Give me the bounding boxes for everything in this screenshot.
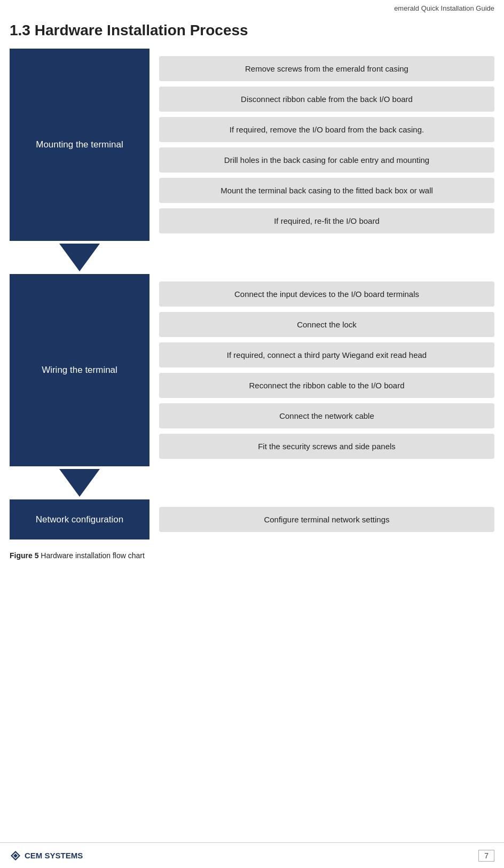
step-wiring-4: Reconnect the ribbon cable to the I/O bo… bbox=[159, 373, 494, 398]
diagram-container: Mounting the terminal Remove screws from… bbox=[10, 49, 494, 560]
step-wiring-2: Connect the lock bbox=[159, 312, 494, 337]
page-number: 7 bbox=[478, 850, 494, 862]
footer: CEM SYSTEMS 7 bbox=[0, 842, 504, 868]
arrow-left-1 bbox=[10, 241, 149, 274]
arrow-down-2 bbox=[59, 469, 100, 497]
step-wiring-3: If required, connect a third party Wiega… bbox=[159, 342, 494, 367]
step-wiring-1: Connect the input devices to the I/O boa… bbox=[159, 281, 494, 307]
step-mounting-2: Disconnect ribbon cable from the back I/… bbox=[159, 87, 494, 112]
page-title: 1.3 Hardware Installation Process bbox=[10, 22, 504, 39]
step-mounting-6: If required, re-fit the I/O board bbox=[159, 208, 494, 233]
mounting-label: Mounting the terminal bbox=[10, 49, 149, 241]
step-network-1: Configure terminal network settings bbox=[159, 507, 494, 532]
wiring-section: Wiring the terminal Connect the input de… bbox=[10, 274, 494, 466]
arrow-1 bbox=[10, 241, 494, 274]
step-mounting-5: Mount the terminal back casing to the fi… bbox=[159, 178, 494, 203]
wiring-label: Wiring the terminal bbox=[10, 274, 149, 466]
arrow-down-1 bbox=[59, 244, 100, 271]
step-mounting-3: If required, remove the I/O board from t… bbox=[159, 117, 494, 142]
step-mounting-1: Remove screws from the emerald front cas… bbox=[159, 56, 494, 81]
network-section: Network configuration Configure terminal… bbox=[10, 499, 494, 539]
logo-text: CEM SYSTEMS bbox=[25, 851, 83, 860]
mounting-steps: Remove screws from the emerald front cas… bbox=[149, 49, 494, 241]
step-wiring-5: Connect the network cable bbox=[159, 403, 494, 428]
step-wiring-6: Fit the security screws and side panels bbox=[159, 434, 494, 459]
step-mounting-4: Drill holes in the back casing for cable… bbox=[159, 147, 494, 173]
mounting-section: Mounting the terminal Remove screws from… bbox=[10, 49, 494, 241]
arrow-left-2 bbox=[10, 466, 149, 499]
logo: CEM SYSTEMS bbox=[10, 850, 83, 862]
figure-caption: Figure 5 Hardware installation flow char… bbox=[10, 551, 145, 560]
arrow-2 bbox=[10, 466, 494, 499]
network-steps: Configure terminal network settings bbox=[149, 499, 494, 539]
wiring-steps: Connect the input devices to the I/O boa… bbox=[149, 274, 494, 466]
document-header: emerald Quick Installation Guide bbox=[0, 0, 504, 12]
network-label: Network configuration bbox=[10, 499, 149, 539]
cem-logo-icon bbox=[10, 850, 21, 862]
